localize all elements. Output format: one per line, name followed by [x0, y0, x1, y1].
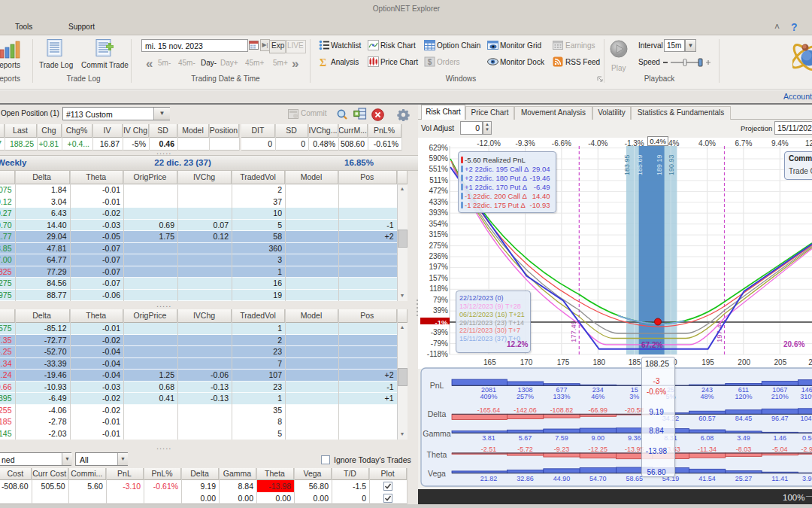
svg-text:0.50: 0.50: [802, 434, 812, 442]
svg-text:-11.34: -11.34: [698, 446, 717, 453]
svg-text:PnL: PnL: [430, 381, 444, 390]
svg-text:185.69: 185.69: [636, 154, 644, 175]
svg-text:120%: 120%: [735, 393, 752, 400]
svg-text:9.36: 9.36: [628, 434, 641, 442]
svg-text:54.70: 54.70: [589, 475, 607, 482]
svg-text:25.27: 25.27: [735, 475, 753, 482]
svg-text:-66.99: -66.99: [589, 406, 608, 414]
svg-text:96.47: 96.47: [771, 415, 789, 422]
svg-text:Gamma: Gamma: [423, 429, 451, 438]
svg-text:-5.72: -5.72: [517, 446, 533, 453]
svg-text:$: $: [428, 58, 432, 66]
svg-text:Σ: Σ: [320, 57, 326, 68]
svg-text:257%: 257%: [517, 393, 534, 400]
svg-text:177.49: 177.49: [569, 321, 577, 342]
svg-text:189 19: 189 19: [656, 154, 663, 175]
svg-text:-165.64: -165.64: [477, 406, 501, 414]
svg-text:41.54: 41.54: [698, 475, 716, 482]
svg-text:11.41: 11.41: [771, 475, 788, 482]
svg-text:84.45: 84.45: [735, 415, 753, 422]
svg-text:7.59: 7.59: [555, 434, 568, 442]
svg-text:Vega: Vega: [428, 469, 446, 478]
svg-text:3.95: 3.95: [802, 475, 812, 482]
svg-text:5.67: 5.67: [519, 434, 532, 442]
svg-text:-9.23: -9.23: [554, 446, 570, 453]
svg-text:409%: 409%: [480, 393, 498, 400]
svg-text:3.81: 3.81: [482, 434, 495, 442]
svg-text:-12.25: -12.25: [589, 446, 608, 453]
svg-text:183.95: 183.95: [623, 154, 631, 175]
svg-text:Delta: Delta: [428, 409, 447, 418]
svg-text:21.82: 21.82: [480, 475, 498, 482]
svg-text:32.86: 32.86: [517, 475, 534, 482]
svg-text:3%: 3%: [629, 393, 639, 400]
svg-text:-142.06: -142.06: [514, 406, 537, 414]
svg-text:44.90: 44.90: [553, 475, 571, 482]
svg-text:48%: 48%: [700, 393, 714, 400]
svg-text:6.08: 6.08: [701, 434, 714, 442]
svg-text:60.57: 60.57: [698, 415, 716, 422]
svg-text:3.49: 3.49: [737, 434, 750, 442]
svg-text:210%: 210%: [771, 393, 789, 400]
svg-text:-8.03: -8.03: [736, 446, 752, 453]
svg-text:46%: 46%: [591, 393, 604, 400]
svg-text:Theta: Theta: [427, 450, 447, 459]
svg-text:133%: 133%: [553, 393, 570, 400]
svg-text:310%: 310%: [800, 393, 812, 400]
svg-text:-5.04: -5.04: [772, 446, 788, 453]
svg-text:104.6: 104.6: [800, 415, 812, 422]
svg-text:-2.51: -2.51: [481, 446, 497, 453]
svg-text:9.00: 9.00: [592, 434, 605, 442]
svg-text:-108.82: -108.82: [550, 406, 574, 414]
svg-text:-2.95: -2.95: [801, 446, 812, 453]
svg-text:1.46: 1.46: [774, 434, 787, 442]
